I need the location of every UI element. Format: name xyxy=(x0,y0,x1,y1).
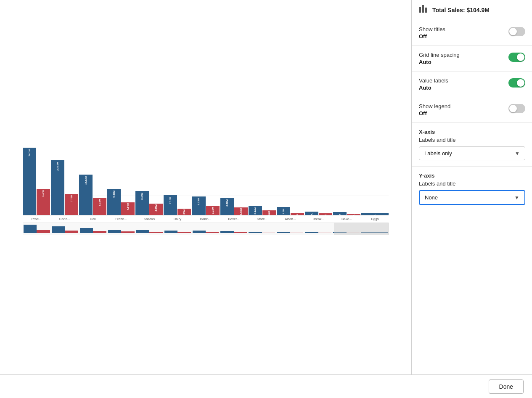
bar-group: 9.49M4.64M xyxy=(107,189,135,215)
y-axis-selected: None xyxy=(425,194,438,201)
x-axis-section: X-axis Labels and title Labels only ▼ xyxy=(412,123,532,167)
mini-bar-blue xyxy=(249,232,262,233)
bar-blue[interactable]: 245.22X xyxy=(361,213,389,215)
bar-value-label: 678.25K xyxy=(310,213,313,223)
bar-red[interactable]: 4.64M xyxy=(121,202,135,215)
chart-icon xyxy=(419,5,428,15)
mini-bar-blue xyxy=(193,231,206,233)
bar-blue[interactable]: 678.25K xyxy=(305,212,318,215)
grid-line-toggle[interactable] xyxy=(508,53,525,62)
bar-red[interactable]: 4.05M xyxy=(149,204,163,215)
mini-bar-blue xyxy=(164,231,177,233)
bar-blue[interactable]: 8.63M xyxy=(135,191,149,215)
x-axis-dropdown[interactable]: Labels only ▼ xyxy=(419,146,525,160)
mini-bar-group xyxy=(108,224,135,234)
y-axis-arrow-icon: ▼ xyxy=(514,195,519,201)
mini-bar-blue xyxy=(108,230,121,233)
bar-group: 245.22X xyxy=(361,213,389,215)
show-legend-labels: Show legend Off xyxy=(419,103,450,117)
bar-blue[interactable]: 24.1M xyxy=(23,148,36,215)
x-axis-arrow-icon: ▼ xyxy=(515,151,520,157)
bar-red[interactable]: 2.35M xyxy=(177,209,191,215)
category-label: Deli xyxy=(79,217,106,221)
bar-value-label: 3.44M xyxy=(254,207,257,215)
mini-bar-group xyxy=(220,224,247,234)
bar-blue[interactable]: 7.18M xyxy=(164,195,177,215)
bar-group: 24.1M9.45M xyxy=(23,148,50,215)
bar-blue[interactable]: 6.73M xyxy=(192,196,205,215)
grid-line-thumb xyxy=(517,53,524,61)
category-label: Dairy xyxy=(164,217,191,221)
bar-value-label: 24.1M xyxy=(28,149,31,157)
bar-red[interactable]: 6.18M xyxy=(93,198,106,215)
svg-rect-1 xyxy=(422,5,424,13)
bar-value-label-red: 4.05M xyxy=(155,204,157,212)
y-axis-title: Y-axis xyxy=(419,172,525,179)
mini-bar-red xyxy=(149,232,162,233)
mini-bar-group xyxy=(51,224,79,234)
bar-group: 6.32M2.73M xyxy=(220,198,248,215)
bar-value-label: 2B6.9M xyxy=(56,162,59,171)
show-legend-row: Show legend Off xyxy=(419,103,525,117)
mini-bar-red xyxy=(262,233,275,233)
y-axis-sublabel: Labels and title xyxy=(419,180,525,187)
bar-value-label: 442.1X xyxy=(339,214,341,222)
mini-bar-red xyxy=(206,232,219,233)
category-label: Starc... xyxy=(249,217,276,221)
bar-value-label-red: 2.73M xyxy=(240,208,242,215)
value-labels-section: Value labels Auto xyxy=(412,72,532,97)
bar-red[interactable]: 329.95K xyxy=(319,213,332,215)
done-button[interactable]: Done xyxy=(489,379,524,394)
bar-red[interactable]: 3.22M xyxy=(206,206,220,215)
y-axis-section: Y-axis Labels and title None ▼ xyxy=(412,167,532,211)
grid-line-value: Auto xyxy=(419,59,460,65)
show-titles-thumb xyxy=(509,28,517,35)
category-label: Bake... xyxy=(333,217,360,221)
mini-bar-blue xyxy=(220,231,233,233)
show-legend-value: Off xyxy=(419,110,450,117)
bar-blue[interactable]: 14.63M xyxy=(79,175,93,215)
grid-line-row: Grid line spacing Auto xyxy=(419,52,525,65)
bar-red[interactable]: 7.72M xyxy=(65,194,78,215)
bar-value-label: 9.49M xyxy=(113,191,115,198)
bar-value-label-red: 2.35M xyxy=(183,210,185,217)
bar-group: 7.18M2.35M xyxy=(164,195,191,215)
mini-bar-blue xyxy=(305,232,318,233)
mini-bar-blue xyxy=(277,232,290,233)
mini-bar-red xyxy=(318,233,331,233)
value-labels-labels: Value labels Auto xyxy=(419,77,448,91)
bar-value-label: 14.63M xyxy=(85,176,87,185)
bar-red[interactable]: 1.66M xyxy=(262,210,276,215)
bottom-bar: Done xyxy=(0,374,532,398)
show-legend-toggle[interactable] xyxy=(508,104,525,113)
y-axis-dropdown[interactable]: None ▼ xyxy=(419,190,525,205)
bar-group: 442.1X236.11X xyxy=(333,212,360,215)
x-axis-sublabel: Labels and title xyxy=(419,137,525,143)
value-labels-label: Value labels xyxy=(419,77,448,84)
bar-red[interactable]: 2.73M xyxy=(234,207,248,215)
mini-bar-red xyxy=(37,230,50,233)
bar-red[interactable]: 0.1M xyxy=(291,213,304,215)
category-label: Alcoh... xyxy=(277,217,304,221)
bar-blue[interactable]: 2.9M xyxy=(277,207,290,215)
bar-value-label-red: 9.45M xyxy=(42,190,45,197)
bar-blue[interactable]: 2B6.9M xyxy=(51,160,64,215)
bar-blue[interactable]: 6.32M xyxy=(220,198,234,215)
main-container: 24.1M9.45M2B6.9M7.72M14.63M6.18M9.49M4.6… xyxy=(0,0,532,374)
show-titles-toggle[interactable] xyxy=(508,27,525,36)
bar-red[interactable]: 9.45M xyxy=(37,189,50,215)
mini-bar-group xyxy=(164,224,191,234)
bar-group: 6.73M3.22M xyxy=(192,196,219,215)
bar-blue[interactable]: 3.44M xyxy=(249,206,262,215)
bar-value-label: 6.32M xyxy=(226,199,228,207)
category-labels: Prod...Cann...DeliFroze...SnacksDairyBak… xyxy=(23,217,389,221)
grid-line-section: Grid line spacing Auto xyxy=(412,46,532,72)
show-titles-row: Show titles Off xyxy=(419,26,525,40)
value-labels-toggle[interactable] xyxy=(508,78,525,88)
bar-blue[interactable]: 9.49M xyxy=(107,189,121,215)
category-label: Snacks xyxy=(135,217,163,221)
bar-red[interactable]: 236.11X xyxy=(347,214,360,215)
bar-value-label: 8.63M xyxy=(141,193,143,200)
bar-blue[interactable]: 442.1X xyxy=(333,212,347,215)
mini-bar-group xyxy=(79,224,107,234)
